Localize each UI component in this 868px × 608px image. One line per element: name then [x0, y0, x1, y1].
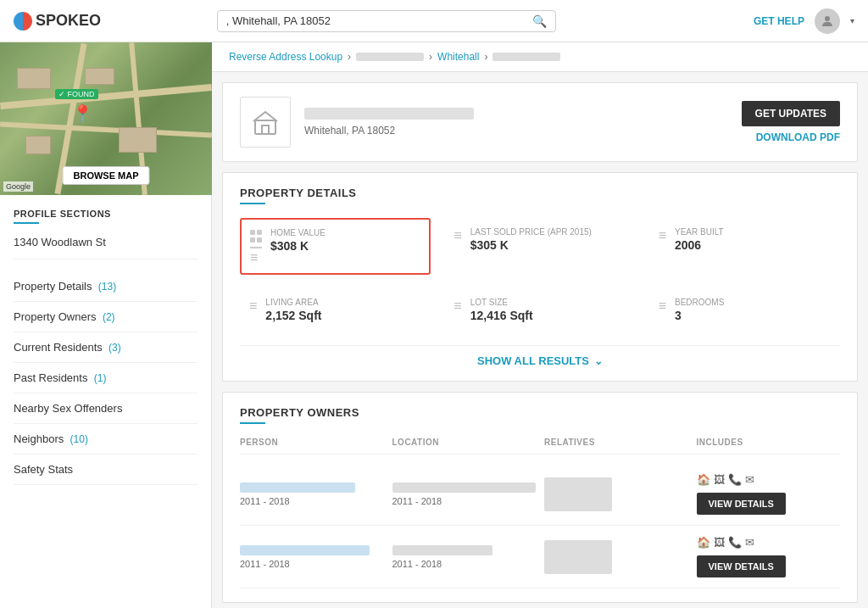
property-address: Whitehall, PA 18052 — [304, 125, 742, 137]
detail-label: YEAR BUILT — [675, 227, 724, 237]
detail-text: YEAR BUILT 2006 — [675, 227, 724, 252]
property-details-grid: ≡ HOME VALUE $308 K ≡ LAST SOLD PRICE (A… — [240, 218, 840, 332]
owner-includes-cell: 🏠 🖼 📞 ✉ VIEW DETAILS — [697, 473, 841, 515]
owner-includes-cell: 🏠 🖼 📞 ✉ VIEW DETAILS — [697, 536, 841, 577]
profile-sections-title: PROFILE SECTIONS — [14, 209, 198, 219]
detail-icon: ≡ — [453, 229, 461, 243]
detail-icon: ≡ — [659, 299, 666, 313]
phone-icon: 📞 — [728, 473, 742, 486]
relatives-blurred — [544, 540, 612, 574]
view-details-button[interactable]: VIEW DETAILS — [697, 555, 786, 577]
logo-text: SPOKEO — [36, 12, 101, 30]
property-owners-divider — [240, 422, 265, 424]
map-google-label: Google — [3, 181, 33, 192]
get-updates-button[interactable]: GET UPDATES — [742, 101, 840, 126]
sidebar-item-current-residents[interactable]: Current Residents (3) — [14, 332, 198, 363]
detail-text: HOME VALUE $308 K — [270, 228, 326, 253]
sidebar-item-label: Safety Stats — [14, 463, 73, 476]
sidebar-item-count: (1) — [91, 372, 106, 384]
detail-last-sold: ≡ LAST SOLD PRICE (APR 2015) $305 K — [444, 218, 635, 275]
detail-text: LAST SOLD PRICE (APR 2015) $305 K — [470, 227, 592, 252]
detail-value: $308 K — [270, 239, 326, 253]
detail-label: LOT SIZE — [470, 298, 533, 307]
property-details-divider — [240, 203, 265, 204]
owner-relatives-cell — [544, 540, 688, 574]
owner-person-cell: 2011 - 2018 — [240, 545, 384, 569]
relatives-blurred — [544, 477, 612, 511]
detail-value: 12,416 Sqft — [470, 309, 533, 322]
logo: SPOKEO — [14, 12, 101, 31]
detail-text: LOT SIZE 12,416 Sqft — [470, 298, 533, 322]
location-blurred — [392, 545, 493, 555]
main-content: Reverse Address Lookup › › Whitehall › W… — [212, 42, 868, 608]
includes-icons: 🏠 🖼 📞 ✉ — [697, 536, 841, 549]
detail-label: HOME VALUE — [270, 228, 326, 237]
sidebar-item-past-residents[interactable]: Past Residents (1) — [14, 363, 198, 393]
map-building — [25, 136, 51, 154]
header: SPOKEO 🔍 GET HELP ▾ — [0, 0, 868, 42]
sidebar-item-neighbors[interactable]: Neighbors (10) — [14, 424, 198, 455]
map-building — [17, 68, 51, 89]
sidebar-item-safety-stats[interactable]: Safety Stats — [14, 455, 198, 485]
search-input[interactable] — [226, 14, 532, 27]
map-building — [85, 68, 114, 85]
sidebar-item-label: Property Details — [14, 280, 92, 293]
sidebar-item-property-owners[interactable]: Property Owners (2) — [14, 302, 198, 332]
detail-icon: ≡ — [453, 299, 461, 313]
breadcrumb: Reverse Address Lookup › › Whitehall › — [212, 42, 868, 72]
property-details-card: PROPERTY DETAILS ≡ HOME VALUE $308 K — [222, 172, 858, 382]
sidebar-item-nearby-sex-offenders[interactable]: Nearby Sex Offenders — [14, 393, 198, 424]
map-building — [119, 127, 157, 153]
sidebar-item-count: (13) — [95, 281, 116, 293]
get-help-link[interactable]: GET HELP — [754, 15, 804, 27]
chevron-down-icon: ⌄ — [594, 355, 603, 367]
detail-bedrooms: ≡ BEDROOMS 3 — [649, 288, 840, 332]
detail-icon: ≡ — [250, 230, 262, 265]
owner-date-range: 2011 - 2018 — [240, 559, 384, 569]
owners-table-header: PERSON LOCATION RELATIVES INCLUDES — [240, 438, 840, 455]
breadcrumb-whitehall[interactable]: Whitehall — [437, 51, 479, 63]
building-icon: 🏠 — [697, 473, 710, 486]
breadcrumb-reverse-lookup[interactable]: Reverse Address Lookup — [229, 51, 342, 63]
sidebar-content: PROFILE SECTIONS 1340 Woodlawn St Proper… — [0, 195, 211, 499]
sidebar-item-label: Current Residents — [14, 341, 103, 354]
breadcrumb-blurred-1 — [356, 53, 424, 61]
detail-icon: ≡ — [249, 299, 257, 313]
detail-lot-size: ≡ LOT SIZE 12,416 Sqft — [444, 288, 635, 332]
map-pin: 📍 — [72, 103, 93, 124]
chevron-down-icon[interactable]: ▾ — [850, 16, 854, 25]
svg-rect-2 — [262, 126, 269, 134]
search-icon[interactable]: 🔍 — [532, 14, 547, 28]
property-details-title: PROPERTY DETAILS — [240, 187, 840, 199]
browse-map-button[interactable]: BROWSE MAP — [63, 166, 150, 185]
sidebar-item-count: (10) — [67, 433, 88, 445]
search-bar[interactable]: 🔍 — [217, 10, 556, 32]
sidebar-item-property-details[interactable]: Property Details (13) — [14, 271, 198, 302]
download-pdf-link[interactable]: DOWNLOAD PDF — [756, 131, 840, 143]
detail-text: LIVING AREA 2,152 Sqft — [265, 298, 321, 322]
detail-text: BEDROOMS 3 — [675, 298, 724, 322]
image-icon: 🖼 — [714, 473, 725, 486]
person-name-blurred — [240, 482, 355, 493]
avatar[interactable] — [815, 8, 840, 34]
detail-living-area: ≡ LIVING AREA 2,152 Sqft — [240, 288, 431, 332]
breadcrumb-sep: › — [429, 51, 432, 63]
owner-row: 2011 - 2018 2011 - 2018 🏠 🖼 📞 ✉ — [240, 463, 840, 526]
owner-person-cell: 2011 - 2018 — [240, 482, 384, 506]
owner-location-cell: 2011 - 2018 — [392, 482, 537, 506]
col-person: PERSON — [240, 438, 384, 447]
sidebar-item-label: Nearby Sex Offenders — [14, 402, 122, 415]
logo-icon — [14, 12, 32, 31]
sidebar-item-label: Neighbors — [14, 432, 64, 445]
property-owners-card: PROPERTY OWNERS PERSON LOCATION RELATIVE… — [222, 392, 858, 603]
breadcrumb-sep: › — [348, 51, 351, 63]
property-header-card: Whitehall, PA 18052 GET UPDATES DOWNLOAD… — [222, 82, 858, 162]
view-details-button[interactable]: VIEW DETAILS — [697, 493, 786, 515]
breadcrumb-blurred-2 — [492, 53, 560, 61]
sidebar-item-label: Property Owners — [14, 310, 97, 323]
show-all-results-button[interactable]: SHOW ALL RESULTS ⌄ — [240, 345, 840, 367]
sidebar-item-count: (3) — [106, 342, 121, 354]
detail-icon: ≡ — [659, 229, 666, 243]
breadcrumb-sep: › — [484, 51, 487, 63]
phone-icon: 📞 — [728, 536, 742, 549]
